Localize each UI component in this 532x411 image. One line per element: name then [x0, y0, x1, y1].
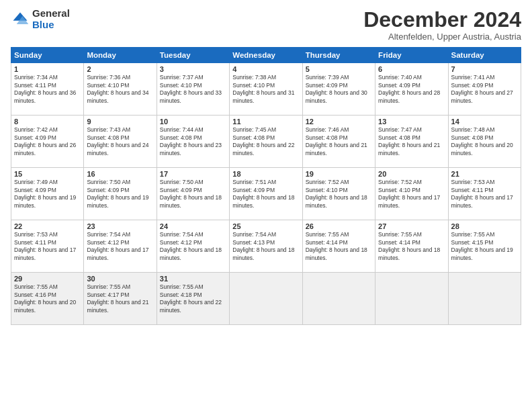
col-header-wednesday: Wednesday	[230, 48, 302, 63]
day-number: 28	[451, 222, 518, 230]
calendar-page: General Blue December 2024 Altenfelden, …	[0, 0, 532, 411]
header: General Blue December 2024 Altenfelden, …	[11, 8, 521, 42]
day-number: 11	[232, 118, 299, 126]
cell-info: Sunrise: 7:54 AMSunset: 4:12 PMDaylight:…	[87, 231, 148, 261]
day-number: 23	[87, 222, 153, 230]
week-row-4: 22Sunrise: 7:53 AMSunset: 4:11 PMDayligh…	[11, 220, 521, 273]
cell-info: Sunrise: 7:55 AMSunset: 4:14 PMDaylight:…	[306, 231, 367, 261]
day-number: 29	[14, 275, 81, 283]
day-number: 12	[306, 118, 372, 126]
calendar-cell: 29Sunrise: 7:55 AMSunset: 4:16 PMDayligh…	[11, 273, 84, 325]
cell-info: Sunrise: 7:34 AMSunset: 4:11 PMDaylight:…	[14, 74, 76, 103]
cell-info: Sunrise: 7:46 AMSunset: 4:08 PMDaylight:…	[306, 126, 367, 156]
calendar-cell: 7Sunrise: 7:41 AMSunset: 4:09 PMDaylight…	[448, 63, 521, 116]
location-subtitle: Altenfelden, Upper Austria, Austria	[363, 32, 521, 42]
day-number: 13	[378, 118, 445, 126]
col-header-friday: Friday	[375, 48, 448, 63]
day-number: 14	[451, 118, 518, 126]
calendar-cell	[448, 273, 521, 325]
cell-info: Sunrise: 7:36 AMSunset: 4:10 PMDaylight:…	[87, 74, 148, 103]
cell-info: Sunrise: 7:55 AMSunset: 4:16 PMDaylight:…	[14, 283, 76, 313]
calendar-cell: 4Sunrise: 7:38 AMSunset: 4:10 PMDaylight…	[230, 63, 302, 116]
calendar-cell: 13Sunrise: 7:47 AMSunset: 4:08 PMDayligh…	[375, 116, 448, 168]
calendar-cell: 26Sunrise: 7:55 AMSunset: 4:14 PMDayligh…	[302, 220, 375, 273]
cell-info: Sunrise: 7:44 AMSunset: 4:08 PMDaylight:…	[160, 126, 222, 156]
col-header-sunday: Sunday	[11, 48, 84, 63]
week-row-2: 8Sunrise: 7:42 AMSunset: 4:09 PMDaylight…	[11, 116, 521, 168]
cell-info: Sunrise: 7:55 AMSunset: 4:15 PMDaylight:…	[451, 231, 513, 261]
cell-info: Sunrise: 7:50 AMSunset: 4:09 PMDaylight:…	[87, 179, 148, 208]
day-number: 6	[378, 65, 445, 73]
cell-info: Sunrise: 7:54 AMSunset: 4:13 PMDaylight:…	[232, 231, 294, 261]
cell-info: Sunrise: 7:45 AMSunset: 4:08 PMDaylight:…	[232, 126, 294, 156]
calendar-cell: 14Sunrise: 7:48 AMSunset: 4:08 PMDayligh…	[448, 116, 521, 168]
cell-info: Sunrise: 7:38 AMSunset: 4:10 PMDaylight:…	[232, 74, 294, 103]
cell-info: Sunrise: 7:53 AMSunset: 4:11 PMDaylight:…	[14, 231, 76, 261]
calendar-cell: 9Sunrise: 7:43 AMSunset: 4:08 PMDaylight…	[84, 116, 157, 168]
calendar-cell: 8Sunrise: 7:42 AMSunset: 4:09 PMDaylight…	[11, 116, 84, 168]
calendar-cell: 3Sunrise: 7:37 AMSunset: 4:10 PMDaylight…	[157, 63, 229, 116]
cell-info: Sunrise: 7:43 AMSunset: 4:08 PMDaylight:…	[87, 126, 148, 156]
calendar-cell: 10Sunrise: 7:44 AMSunset: 4:08 PMDayligh…	[157, 116, 229, 168]
cell-info: Sunrise: 7:42 AMSunset: 4:09 PMDaylight:…	[14, 126, 76, 156]
day-number: 24	[160, 222, 226, 230]
cell-info: Sunrise: 7:53 AMSunset: 4:11 PMDaylight:…	[451, 179, 513, 208]
calendar-cell: 20Sunrise: 7:52 AMSunset: 4:10 PMDayligh…	[375, 168, 448, 220]
day-number: 10	[160, 118, 226, 126]
day-number: 8	[14, 118, 81, 126]
day-number: 30	[87, 275, 153, 283]
cell-info: Sunrise: 7:39 AMSunset: 4:09 PMDaylight:…	[306, 74, 367, 103]
calendar-cell: 19Sunrise: 7:52 AMSunset: 4:10 PMDayligh…	[302, 168, 375, 220]
calendar-cell: 18Sunrise: 7:51 AMSunset: 4:09 PMDayligh…	[230, 168, 302, 220]
cell-info: Sunrise: 7:49 AMSunset: 4:09 PMDaylight:…	[14, 179, 76, 208]
calendar-cell	[302, 273, 375, 325]
cell-info: Sunrise: 7:55 AMSunset: 4:17 PMDaylight:…	[87, 283, 148, 313]
day-number: 2	[87, 65, 153, 73]
col-header-tuesday: Tuesday	[157, 48, 229, 63]
cell-info: Sunrise: 7:37 AMSunset: 4:10 PMDaylight:…	[160, 74, 222, 103]
calendar-cell: 28Sunrise: 7:55 AMSunset: 4:15 PMDayligh…	[448, 220, 521, 273]
day-number: 31	[160, 275, 226, 283]
calendar-cell: 6Sunrise: 7:40 AMSunset: 4:09 PMDaylight…	[375, 63, 448, 116]
cell-info: Sunrise: 7:52 AMSunset: 4:10 PMDaylight:…	[378, 179, 440, 208]
cell-info: Sunrise: 7:47 AMSunset: 4:08 PMDaylight:…	[378, 126, 440, 156]
month-title: December 2024	[363, 8, 521, 32]
calendar-cell: 21Sunrise: 7:53 AMSunset: 4:11 PMDayligh…	[448, 168, 521, 220]
day-number: 3	[160, 65, 226, 73]
cell-info: Sunrise: 7:52 AMSunset: 4:10 PMDaylight:…	[306, 179, 367, 208]
cell-info: Sunrise: 7:40 AMSunset: 4:09 PMDaylight:…	[378, 74, 440, 103]
calendar-cell: 25Sunrise: 7:54 AMSunset: 4:13 PMDayligh…	[230, 220, 302, 273]
cell-info: Sunrise: 7:50 AMSunset: 4:09 PMDaylight:…	[160, 179, 222, 208]
logo-general: General	[32, 8, 70, 19]
cell-info: Sunrise: 7:51 AMSunset: 4:09 PMDaylight:…	[232, 179, 294, 208]
calendar-cell: 2Sunrise: 7:36 AMSunset: 4:10 PMDaylight…	[84, 63, 157, 116]
calendar-cell: 27Sunrise: 7:55 AMSunset: 4:14 PMDayligh…	[375, 220, 448, 273]
calendar-cell: 24Sunrise: 7:54 AMSunset: 4:12 PMDayligh…	[157, 220, 229, 273]
day-number: 25	[232, 222, 299, 230]
day-number: 15	[14, 170, 81, 178]
day-number: 1	[14, 65, 81, 73]
day-number: 9	[87, 118, 153, 126]
calendar-cell	[375, 273, 448, 325]
calendar-cell: 15Sunrise: 7:49 AMSunset: 4:09 PMDayligh…	[11, 168, 84, 220]
cell-info: Sunrise: 7:55 AMSunset: 4:14 PMDaylight:…	[378, 231, 440, 261]
title-block: December 2024 Altenfelden, Upper Austria…	[363, 8, 521, 42]
col-header-monday: Monday	[84, 48, 157, 63]
calendar-cell: 16Sunrise: 7:50 AMSunset: 4:09 PMDayligh…	[84, 168, 157, 220]
calendar-cell: 22Sunrise: 7:53 AMSunset: 4:11 PMDayligh…	[11, 220, 84, 273]
day-number: 27	[378, 222, 445, 230]
week-row-3: 15Sunrise: 7:49 AMSunset: 4:09 PMDayligh…	[11, 168, 521, 220]
logo-text: General Blue	[32, 8, 70, 30]
calendar-cell	[230, 273, 302, 325]
cell-info: Sunrise: 7:54 AMSunset: 4:12 PMDaylight:…	[160, 231, 222, 261]
calendar-cell: 30Sunrise: 7:55 AMSunset: 4:17 PMDayligh…	[84, 273, 157, 325]
week-row-5: 29Sunrise: 7:55 AMSunset: 4:16 PMDayligh…	[11, 273, 521, 325]
logo: General Blue	[11, 8, 70, 30]
day-number: 7	[451, 65, 518, 73]
calendar-cell: 11Sunrise: 7:45 AMSunset: 4:08 PMDayligh…	[230, 116, 302, 168]
day-number: 20	[378, 170, 445, 178]
logo-icon	[11, 10, 30, 29]
cell-info: Sunrise: 7:48 AMSunset: 4:08 PMDaylight:…	[451, 126, 513, 156]
day-number: 22	[14, 222, 81, 230]
day-number: 18	[232, 170, 299, 178]
